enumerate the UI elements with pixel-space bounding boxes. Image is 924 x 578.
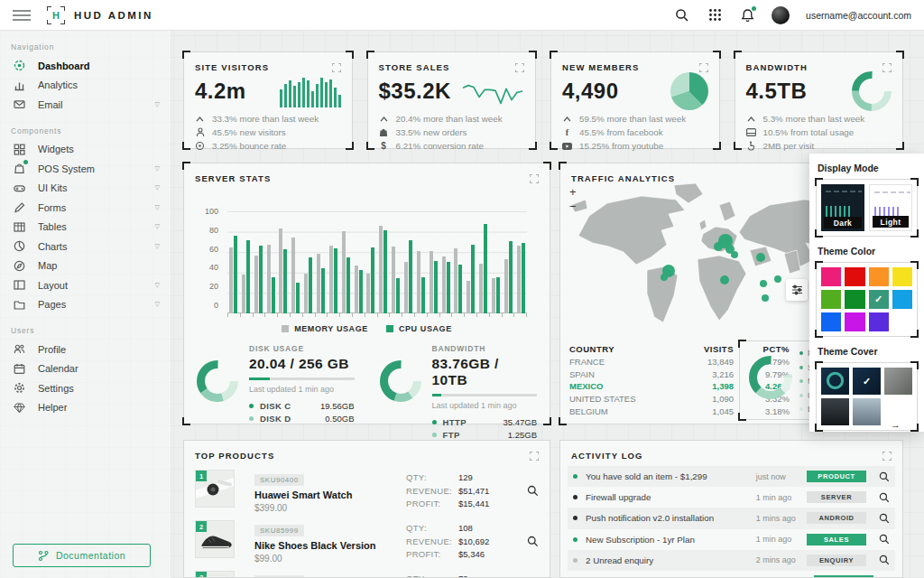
store-sales-card: STORE SALES $35.2K 20.4% more than last … bbox=[367, 51, 537, 149]
sidebar-item-ui-kits[interactable]: UI Kits ▽ bbox=[0, 179, 171, 199]
sidebar-section-label: Components bbox=[11, 126, 171, 135]
sidebar-item-label: POS System bbox=[38, 163, 95, 174]
stat-text: 15.25% from youtube bbox=[579, 141, 663, 151]
sidebar-item-charts[interactable]: Charts ▽ bbox=[0, 237, 171, 256]
magnifier-icon[interactable] bbox=[527, 536, 539, 547]
display-mode-light-option[interactable]: Light bbox=[869, 184, 912, 231]
activity-time: just now bbox=[756, 472, 807, 481]
sidebar-item-label: Email bbox=[38, 99, 63, 110]
magnifier-icon[interactable] bbox=[527, 485, 539, 497]
card-title: ACTIVITY LOG bbox=[571, 451, 643, 461]
color-swatch[interactable] bbox=[845, 312, 864, 331]
bandwidth-card: BANDWIDTH 4.5TB 5.3% more than last week… bbox=[735, 51, 904, 149]
product-row: 1 SKU90400 Huawei Smart Watch $399.00 QT… bbox=[184, 470, 550, 511]
user-avatar[interactable] bbox=[772, 6, 790, 24]
activity-row-partial bbox=[568, 571, 895, 578]
sidebar-item-label: Analytics bbox=[38, 79, 78, 90]
sidebar-item-map[interactable]: Map bbox=[0, 256, 171, 276]
disk-row: DISK C19.56GB bbox=[249, 399, 355, 412]
magnifier-icon[interactable] bbox=[879, 555, 890, 565]
magnifier-icon[interactable] bbox=[879, 492, 890, 503]
color-swatch[interactable] bbox=[892, 290, 912, 309]
diamond-icon bbox=[13, 401, 26, 415]
map-zoom-out-button[interactable]: − bbox=[569, 201, 577, 212]
card-title: STORE SALES bbox=[379, 62, 450, 72]
notifications-bell-icon[interactable] bbox=[739, 7, 755, 23]
gamepad-icon bbox=[13, 182, 26, 195]
search-icon[interactable] bbox=[674, 7, 690, 23]
magnifier-icon[interactable] bbox=[879, 513, 890, 524]
color-swatch[interactable] bbox=[845, 267, 864, 286]
color-swatch[interactable] bbox=[869, 312, 889, 331]
scroll-right-arrow[interactable]: → bbox=[891, 419, 901, 430]
color-swatch[interactable] bbox=[821, 267, 841, 286]
folder-icon bbox=[13, 298, 26, 312]
apps-grid-icon[interactable] bbox=[707, 7, 723, 23]
product-sku: SKU90400 bbox=[254, 474, 304, 486]
section-label: BANDWIDTH bbox=[432, 344, 538, 353]
color-swatch-selected[interactable] bbox=[869, 290, 889, 309]
bandwidth-donut bbox=[380, 360, 421, 402]
expand-icon[interactable] bbox=[882, 63, 892, 72]
map-filters-button[interactable] bbox=[786, 279, 808, 301]
product-price: $399.00 bbox=[254, 503, 399, 513]
sidebar-item-settings[interactable]: Settings bbox=[0, 378, 171, 398]
stat-value: 4.5TB bbox=[746, 79, 808, 104]
sidebar-item-pages[interactable]: Pages ▽ bbox=[0, 295, 171, 315]
sidebar-item-forms[interactable]: Forms ▽ bbox=[0, 198, 171, 218]
expand-icon[interactable] bbox=[515, 63, 524, 72]
sidebar-item-pos-system[interactable]: POS System ▽ bbox=[0, 159, 171, 179]
display-mode-dark-option[interactable]: Dark bbox=[821, 184, 864, 231]
stat-text: 45.5% from facebook bbox=[579, 127, 663, 137]
cover-thumbnail-selected[interactable] bbox=[853, 368, 881, 395]
activity-row: New Subscription - 1yr Plan 1 min ago SA… bbox=[568, 529, 895, 550]
chart-legend: MEMORY USAGE CPU USAGE bbox=[184, 324, 550, 333]
sidebar-item-widgets[interactable]: Widgets bbox=[0, 140, 171, 160]
color-swatch[interactable] bbox=[821, 290, 841, 309]
magnifier-icon[interactable] bbox=[879, 534, 890, 545]
cover-thumbnail[interactable] bbox=[821, 368, 849, 395]
sidebar-item-label: Map bbox=[38, 260, 57, 271]
calendar-icon bbox=[13, 362, 26, 376]
app-logo[interactable]: H bbox=[47, 6, 65, 24]
caret-up-icon bbox=[379, 114, 389, 124]
product-row: 3 SKU20400 White Sony PS4 QTY:72 REVENUE… bbox=[184, 571, 550, 578]
bandwidth-section: BANDWIDTH 83.76GB / 10TB Last updated 1 … bbox=[367, 340, 550, 418]
color-swatch[interactable] bbox=[821, 312, 841, 331]
sidebar-item-label: Settings bbox=[38, 383, 74, 394]
sidebar-item-analytics[interactable]: Analytics bbox=[0, 76, 171, 96]
expand-icon[interactable] bbox=[882, 452, 892, 461]
sidebar-item-label: Layout bbox=[38, 280, 68, 291]
color-swatch[interactable] bbox=[869, 267, 889, 286]
rank-badge: 3 bbox=[196, 572, 207, 578]
magnifier-icon[interactable] bbox=[879, 471, 890, 482]
sidebar-item-label: Pages bbox=[38, 299, 66, 310]
chevron-down-icon: ▽ bbox=[155, 282, 160, 289]
expand-icon[interactable] bbox=[530, 174, 539, 183]
product-profit: $5,346 bbox=[458, 549, 485, 563]
color-swatch[interactable] bbox=[845, 290, 864, 309]
cover-thumbnail[interactable] bbox=[821, 398, 849, 425]
expand-icon[interactable] bbox=[699, 63, 708, 72]
hamburger-menu-icon[interactable] bbox=[13, 10, 31, 21]
color-swatch[interactable] bbox=[892, 267, 912, 286]
cover-thumbnail[interactable] bbox=[884, 368, 912, 395]
logo-letter: H bbox=[52, 10, 60, 21]
sidebar-item-tables[interactable]: Tables ▽ bbox=[0, 218, 171, 238]
sidebar-item-layout[interactable]: Layout ▽ bbox=[0, 275, 171, 295]
map-zoom-in-button[interactable]: + bbox=[569, 187, 577, 198]
expand-icon[interactable] bbox=[530, 452, 539, 461]
theme-color-title: Theme Color bbox=[818, 246, 918, 256]
activity-row: Firewall upgrade 1 min ago SERVER bbox=[568, 487, 895, 508]
cover-thumbnail[interactable] bbox=[853, 398, 881, 425]
documentation-button[interactable]: Documentation bbox=[13, 544, 151, 567]
compass-icon bbox=[13, 259, 26, 273]
sidebar-item-profile[interactable]: Profile bbox=[0, 340, 171, 359]
expand-icon[interactable] bbox=[332, 63, 341, 72]
sidebar-item-dashboard[interactable]: Dashboard bbox=[0, 56, 171, 76]
sidebar-item-calendar[interactable]: Calendar bbox=[0, 359, 171, 379]
sidebar-item-email[interactable]: Email ▽ bbox=[0, 95, 171, 115]
last-updated: Last updated 1 min ago bbox=[432, 401, 538, 410]
sidebar-item-helper[interactable]: Helper bbox=[0, 398, 171, 418]
account-email[interactable]: username@account.com bbox=[806, 10, 911, 21]
